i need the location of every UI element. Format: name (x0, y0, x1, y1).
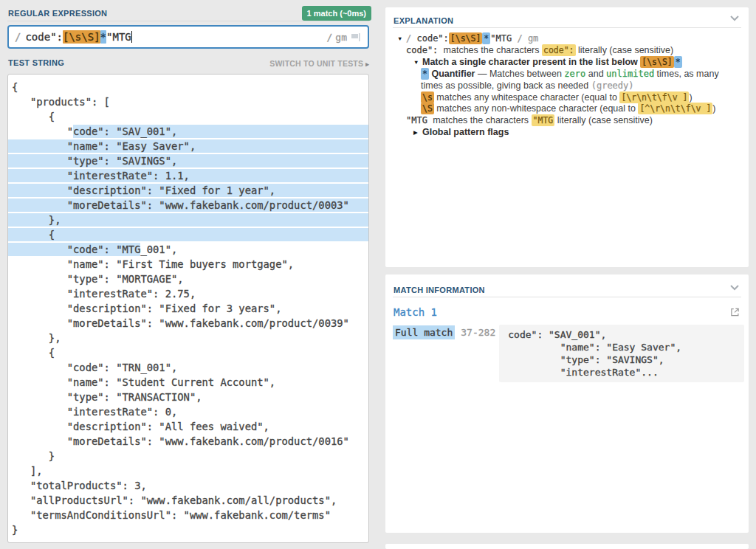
switch-to-unit-tests-link[interactable]: SWITCH TO UNIT TESTS ▸ (269, 59, 369, 68)
test-string-line: "description": "Fixed for 1 year", (8, 183, 368, 198)
test-string-line: "code": "TRN_001", (8, 360, 368, 375)
regex-section-header: REGULAR EXPRESSION 1 match (~0ms) (7, 0, 369, 21)
test-string-line: "termsAndConditionsUrl": "www.fakebank.c… (8, 508, 368, 522)
explanation-token: "MTG (406, 115, 433, 125)
explanation-token: times, as many (654, 69, 719, 79)
regex-input[interactable]: / code":[\s\S]*"MTG / gm (7, 25, 369, 49)
explanation-token: and (585, 69, 606, 79)
explanation-token: "MTG (490, 33, 512, 44)
expand-toggle-icon[interactable]: ▶ (413, 127, 422, 139)
text-cursor (131, 31, 132, 43)
test-string-line: ], (8, 463, 368, 478)
test-string-line: "description": "All fees waived", (8, 419, 368, 434)
explanation-token: \s (421, 92, 434, 103)
test-string-line: { (8, 227, 368, 242)
regex-token: code": (25, 31, 63, 43)
explanation-row: * Quantifier — Matches between zero and … (385, 69, 744, 80)
explanation-title: EXPLANATION (394, 16, 453, 25)
explanation-row: times as possible, giving back as needed… (385, 80, 744, 92)
explanation-row: "MTG matches the characters "MTG literal… (385, 115, 744, 127)
regex-flags-area[interactable]: / gm (327, 32, 362, 43)
regex-close-delimiter: / (327, 32, 333, 43)
test-string-line: }, (8, 213, 368, 227)
arrow-right-icon: ▸ (365, 61, 369, 68)
explanation-token: Quantifier (429, 69, 475, 79)
explanation-token: * (421, 68, 429, 80)
regex-open-delimiter: / (15, 31, 21, 43)
regex-pattern: code":[\s\S]*"MTG (25, 31, 131, 43)
test-string-line: { (8, 345, 368, 360)
match-information-panel: MATCH INFORMATION Match 1 Full match 37-… (385, 274, 749, 533)
collapse-toggle-icon[interactable]: ▼ (413, 57, 422, 69)
collapse-toggle-icon[interactable]: ▼ (397, 33, 406, 45)
match-preview-line: "interestRate"... (508, 366, 741, 379)
test-string-line: "interestRate": 0, (8, 404, 368, 419)
test-string-line: "name": "Student Current Account", (8, 375, 368, 390)
explanation-token: code": (542, 44, 576, 56)
test-string-line: "moreDetails": "www.fakebank.com/product… (8, 434, 368, 449)
match-range: 37-282 (461, 327, 495, 338)
match-1-row[interactable]: Match 1 (393, 297, 741, 318)
explanation-token: zero (564, 69, 585, 79)
test-string-line: "moreDetails": "www.fakebank.com/product… (8, 198, 368, 213)
test-string-line: } (8, 449, 368, 463)
test-string-line: { (8, 80, 368, 94)
explanation-token: [^\r\n\t\f\v ] (638, 103, 712, 114)
explanation-token: literally (case sensitive) (554, 115, 653, 125)
chevron-down-icon[interactable] (729, 15, 740, 21)
test-string-line: "code": "MTG_001", (8, 242, 368, 257)
full-match-label: Full match (393, 325, 455, 339)
test-string-line: "code": "SAV_001", (8, 124, 368, 139)
next-panel-edge (385, 544, 749, 549)
test-string-input[interactable]: { "products": [ { "code": "SAV_001", "na… (7, 74, 369, 543)
explanation-token: "MTG (532, 114, 555, 126)
match-preview-line: "name": "Easy Saver", (508, 341, 741, 353)
test-string-line: "type": "TRANSACTION", (8, 390, 368, 404)
test-string-line: "interestRate": 2.75, (8, 286, 368, 301)
explanation-token: / (406, 33, 416, 44)
explanation-token: — Matches between (475, 69, 564, 79)
explanation-token: [\s\S] (640, 56, 674, 68)
regex-token: "MTG (106, 31, 131, 43)
explanation-row: code": matches the characters code": lit… (385, 45, 744, 57)
explanation-token: Match a single character present in the … (422, 57, 640, 67)
test-string-line: } (8, 522, 368, 537)
match-preview: code": "SAV_001", "name": "Easy Saver", … (499, 325, 744, 382)
test-string-line: "moreDetails": "www.fakebank.com/product… (8, 316, 368, 331)
explanation-row: \s matches any whitespace character (equ… (385, 92, 744, 104)
export-match-icon[interactable] (729, 307, 740, 317)
regex-flags: gm (335, 32, 347, 43)
explanation-row: ▼/ code":[\s\S]*"MTG / gm (385, 33, 744, 45)
regex-section-title: REGULAR EXPRESSION (8, 9, 107, 18)
test-string-line: "type": "SAVINGS", (8, 153, 368, 168)
explanation-token: ) (689, 92, 692, 103)
explanation-token: literally (case sensitive) (576, 45, 674, 55)
chevron-down-icon[interactable] (729, 284, 740, 291)
explanation-token: times as possible, giving back as needed (421, 80, 591, 91)
left-column: REGULAR EXPRESSION 1 match (~0ms) / code… (7, 0, 369, 543)
explanation-token: unlimited (606, 69, 654, 79)
explanation-token: matches the characters (444, 45, 542, 55)
explanation-token: ) (712, 103, 715, 114)
match-preview-line: "type": "SAVINGS", (508, 353, 741, 366)
explanation-header: EXPLANATION (393, 7, 741, 28)
test-string-line: "name": "First Time buyers mortgage", (8, 257, 368, 272)
match-information-title: MATCH INFORMATION (394, 286, 485, 294)
explanation-token: matches any whitespace character (equal … (434, 92, 620, 103)
explanation-token: / gm (512, 33, 538, 44)
regex-token: [\s\S] (63, 30, 100, 44)
explanation-row: ▶Global pattern flags (385, 127, 744, 139)
explanation-token: (greedy) (591, 80, 634, 91)
explanation-token: * (482, 32, 490, 44)
test-string-header: TEST STRING SWITCH TO UNIT TESTS ▸ (7, 49, 369, 74)
test-string-title: TEST STRING (8, 58, 64, 67)
explanation-token: \S (421, 103, 434, 114)
test-string-line: "type": "MORTGAGE", (8, 272, 368, 286)
explanation-token: code": (406, 45, 444, 55)
explanation-token: * (674, 56, 682, 68)
flag-icon[interactable] (351, 32, 362, 42)
explanation-token: [\s\S] (449, 32, 483, 44)
test-string-line: "name": "Easy Saver", (8, 139, 368, 153)
match-information-header: MATCH INFORMATION (393, 274, 741, 297)
explanation-token: code": (416, 33, 448, 44)
